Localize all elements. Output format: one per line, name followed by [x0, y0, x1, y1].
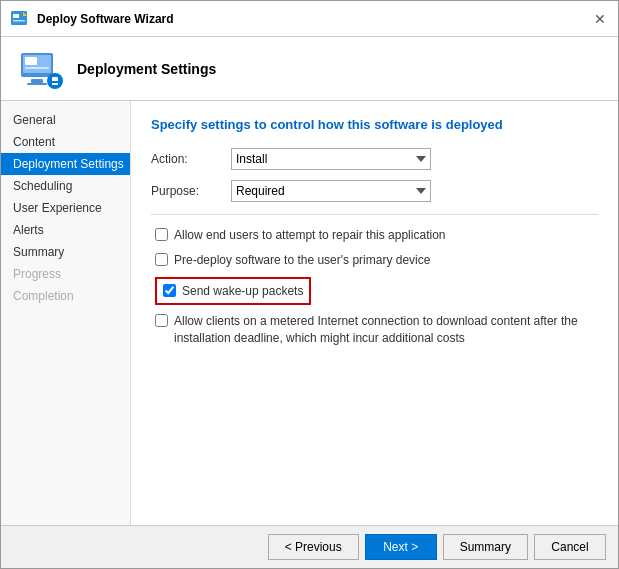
sidebar-item-scheduling[interactable]: Scheduling	[1, 175, 130, 197]
summary-button[interactable]: Summary	[443, 534, 528, 560]
sidebar-item-general[interactable]: General	[1, 109, 130, 131]
action-label: Action:	[151, 152, 231, 166]
deploy-wizard-window: Deploy Software Wizard ✕ Deployment Sett…	[0, 0, 619, 569]
wizard-header: Deployment Settings	[1, 37, 618, 101]
action-row: Action: Install Uninstall	[151, 148, 598, 170]
sidebar-item-user-experience[interactable]: User Experience	[1, 197, 130, 219]
cancel-button[interactable]: Cancel	[534, 534, 606, 560]
sidebar: General Content Deployment Settings Sche…	[1, 101, 131, 525]
metered-checkbox-row: Allow clients on a metered Internet conn…	[151, 313, 598, 347]
purpose-select[interactable]: Required Available	[231, 180, 431, 202]
footer: < Previous Next > Summary Cancel	[1, 525, 618, 568]
svg-rect-2	[13, 20, 25, 22]
metered-checkbox[interactable]	[155, 314, 168, 327]
repair-checkbox-row: Allow end users to attempt to repair thi…	[151, 227, 598, 244]
main-content: General Content Deployment Settings Sche…	[1, 101, 618, 525]
metered-label[interactable]: Allow clients on a metered Internet conn…	[174, 313, 598, 347]
wakeup-highlighted-row: Send wake-up packets	[155, 277, 311, 306]
header-icon	[17, 45, 65, 93]
separator-1	[151, 214, 598, 215]
svg-rect-7	[25, 67, 49, 69]
sidebar-item-summary[interactable]: Summary	[1, 241, 130, 263]
predeploy-checkbox[interactable]	[155, 253, 168, 266]
svg-rect-9	[27, 83, 47, 85]
sidebar-item-alerts[interactable]: Alerts	[1, 219, 130, 241]
action-select[interactable]: Install Uninstall	[231, 148, 431, 170]
svg-rect-1	[13, 14, 19, 18]
svg-rect-0	[11, 11, 27, 25]
sidebar-item-completion: Completion	[1, 285, 130, 307]
repair-label[interactable]: Allow end users to attempt to repair thi…	[174, 227, 445, 244]
next-button[interactable]: Next >	[365, 534, 437, 560]
sidebar-item-progress: Progress	[1, 263, 130, 285]
title-bar: Deploy Software Wizard ✕	[1, 1, 618, 37]
sidebar-item-deployment-settings[interactable]: Deployment Settings	[1, 153, 130, 175]
repair-checkbox[interactable]	[155, 228, 168, 241]
svg-rect-12	[50, 81, 60, 83]
wakeup-checkbox[interactable]	[163, 284, 176, 297]
purpose-label: Purpose:	[151, 184, 231, 198]
svg-rect-8	[31, 79, 43, 83]
purpose-row: Purpose: Required Available	[151, 180, 598, 202]
predeploy-checkbox-row: Pre-deploy software to the user's primar…	[151, 252, 598, 269]
close-button[interactable]: ✕	[590, 9, 610, 29]
header-title: Deployment Settings	[77, 61, 216, 77]
svg-rect-6	[25, 57, 37, 65]
content-title: Specify settings to control how this sof…	[151, 117, 598, 132]
wizard-icon	[9, 9, 29, 29]
title-bar-text: Deploy Software Wizard	[37, 12, 590, 26]
predeploy-label[interactable]: Pre-deploy software to the user's primar…	[174, 252, 430, 269]
sidebar-item-content[interactable]: Content	[1, 131, 130, 153]
content-area: Specify settings to control how this sof…	[131, 101, 618, 525]
wakeup-label[interactable]: Send wake-up packets	[182, 283, 303, 300]
previous-button[interactable]: < Previous	[268, 534, 359, 560]
